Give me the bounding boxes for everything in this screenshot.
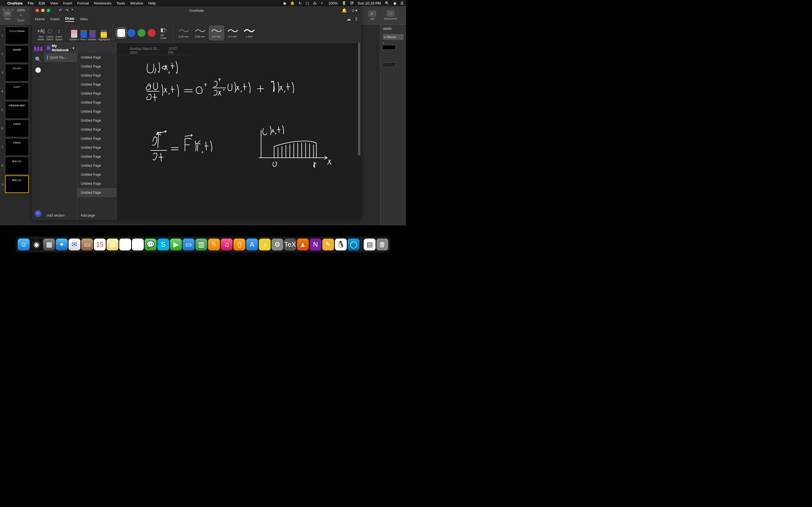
page-item[interactable]: Untitled Page bbox=[77, 179, 116, 188]
dock-facetime[interactable]: ▶ bbox=[170, 238, 182, 250]
color-white[interactable] bbox=[117, 29, 125, 37]
siri-icon[interactable]: ◉ bbox=[393, 1, 396, 5]
color-blue[interactable] bbox=[128, 29, 135, 37]
qat-dropdown[interactable]: ▾ bbox=[71, 8, 73, 13]
dock-notability[interactable]: ✎ bbox=[322, 238, 334, 250]
menu-edit[interactable]: Edit bbox=[39, 1, 45, 5]
user-avatar[interactable]: W bbox=[35, 210, 42, 217]
menu-help[interactable]: Help bbox=[148, 1, 156, 5]
undo-button[interactable]: ↶ bbox=[59, 8, 62, 13]
battery-icon[interactable]: 🔋 bbox=[342, 1, 346, 5]
spotlight-icon[interactable]: 🔍 bbox=[385, 1, 389, 5]
dock-photos[interactable]: ✿ bbox=[132, 238, 144, 250]
notebooks-icon[interactable]: ▮▮▮ bbox=[34, 45, 43, 52]
sync-icon[interactable]: ☁ bbox=[347, 16, 351, 22]
dock-music[interactable]: ♫ bbox=[221, 238, 233, 250]
vertical-scrollbar[interactable] bbox=[358, 43, 360, 220]
menu-window[interactable]: Window bbox=[130, 1, 143, 5]
dock-preferences[interactable]: ⚙ bbox=[271, 238, 283, 250]
menu-tools[interactable]: Tools bbox=[116, 1, 125, 5]
bg-traffic-lights[interactable] bbox=[2, 8, 14, 11]
dock-netease[interactable]: ♪ bbox=[259, 238, 271, 250]
status-record-icon[interactable]: ◉ bbox=[283, 1, 286, 5]
bg-slide-thumb[interactable]: 7近期安排 bbox=[5, 138, 29, 156]
bg-swatch-2[interactable] bbox=[383, 62, 396, 67]
stroke-width-0.25mm[interactable]: 0.25 mm bbox=[176, 25, 192, 40]
pen-button[interactable]: Pen▾ bbox=[81, 30, 87, 41]
bg-format-tab[interactable]: 🖌ate bbox=[368, 10, 376, 20]
recent-icon[interactable]: 🕓 bbox=[35, 67, 41, 73]
color-red[interactable] bbox=[148, 29, 156, 37]
bg-slide-thumb[interactable]: 9数值方法3 bbox=[5, 175, 29, 193]
maximize-button[interactable] bbox=[47, 9, 50, 12]
status-bluetooth-icon[interactable]: ⁂ bbox=[313, 1, 317, 5]
menubar-clock[interactable]: Sun 10:16 PM bbox=[358, 1, 381, 5]
dock-keynote[interactable]: ▭ bbox=[183, 238, 195, 250]
page-item[interactable]: Untitled Page bbox=[77, 188, 116, 197]
bg-slide-thumb[interactable]: 1开开心心学Matlab bbox=[5, 27, 29, 44]
control-center-icon[interactable]: ☰ bbox=[400, 1, 404, 5]
notebook-selector[interactable]: My Notebook ▾ bbox=[44, 43, 77, 53]
page-item[interactable]: Untitled Page bbox=[77, 125, 116, 134]
dock-browser[interactable]: ◯ bbox=[348, 238, 359, 250]
highlighter-button[interactable]: Highlighter bbox=[98, 30, 109, 41]
dock-finder[interactable]: ☺ bbox=[18, 238, 30, 250]
dock-messages[interactable]: 💬 bbox=[145, 238, 156, 250]
page-item[interactable]: Untitled Page bbox=[77, 62, 116, 71]
dock-skype[interactable]: S bbox=[157, 238, 169, 250]
input-source-icon[interactable]: 拼 bbox=[350, 1, 354, 6]
dock-notes[interactable]: ▤ bbox=[107, 238, 118, 250]
note-canvas[interactable]: Sunday, March 15, 2020 10:07 PM bbox=[117, 43, 361, 220]
bg-slide-navigator[interactable]: 1开开心心学Matlab2旋转曲面3为什么学?4怎么学?5在哪里能看到视频?6近… bbox=[0, 24, 32, 225]
dock-trash[interactable]: 🗑 bbox=[376, 238, 388, 250]
menu-insert[interactable]: Insert bbox=[63, 1, 72, 5]
stroke-width-1mm[interactable]: 1 mm bbox=[242, 25, 257, 40]
bg-master-button[interactable]: e Master bbox=[383, 34, 404, 40]
dock-texshop[interactable]: TeX bbox=[284, 238, 296, 250]
eraser-button[interactable]: Eraser▾ bbox=[70, 30, 79, 41]
tab-draw[interactable]: Draw bbox=[65, 16, 74, 22]
tab-insert[interactable]: Insert bbox=[50, 17, 60, 21]
dock-reminders[interactable]: ☑ bbox=[119, 238, 131, 250]
menubar-app-name[interactable]: OneNote bbox=[7, 1, 22, 5]
dock-calendar[interactable]: 15 bbox=[94, 238, 106, 250]
dock-contacts[interactable]: ▭ bbox=[81, 238, 93, 250]
dock-matlab[interactable]: ▲ bbox=[297, 238, 309, 250]
page-item[interactable]: Untitled Page bbox=[77, 134, 116, 143]
page-item[interactable]: Untitled Page bbox=[77, 98, 116, 107]
text-mode-button[interactable]: ⌖A| Text Mode bbox=[37, 27, 45, 41]
ink-color-button[interactable]: ◧▾ Ink Color bbox=[158, 26, 169, 40]
page-item[interactable]: Untitled Page bbox=[77, 71, 116, 80]
menu-notebooks[interactable]: Notebooks bbox=[94, 1, 111, 5]
page-item[interactable]: Untitled Page bbox=[77, 152, 116, 161]
color-green[interactable] bbox=[138, 29, 146, 37]
bg-slide-thumb[interactable]: 8数值方法2 bbox=[5, 157, 29, 174]
section-quick-notes[interactable]: Quick No... bbox=[44, 53, 77, 62]
bg-document-tab[interactable]: ▭Document bbox=[384, 10, 397, 20]
status-wifi-icon[interactable]: ᯤ bbox=[320, 1, 324, 5]
stroke-width-0.35mm[interactable]: 0.35 mm bbox=[193, 25, 208, 40]
bg-slide-thumb[interactable]: 3为什么学? bbox=[5, 64, 29, 81]
bg-slide-thumb[interactable]: 2旋转曲面 bbox=[5, 45, 29, 63]
traffic-lights[interactable] bbox=[32, 9, 50, 12]
stroke-width-0.7mm[interactable]: 0.7 mm bbox=[225, 25, 241, 40]
page-item[interactable]: Untitled Page bbox=[77, 89, 116, 98]
page-item[interactable]: Untitled Page bbox=[77, 170, 116, 179]
dock-pages[interactable]: ✎ bbox=[208, 238, 220, 250]
insert-space-button[interactable]: ↕ Insert Space bbox=[55, 27, 63, 41]
dock-appstore[interactable]: A bbox=[246, 238, 258, 250]
tab-view[interactable]: View bbox=[80, 17, 88, 21]
share-icon[interactable]: ⇪ bbox=[354, 16, 358, 22]
close-button[interactable] bbox=[36, 9, 39, 12]
dock-launchpad[interactable]: ▦ bbox=[43, 238, 55, 250]
menu-view[interactable]: View bbox=[50, 1, 58, 5]
add-page-button[interactable]: Add page bbox=[77, 211, 116, 220]
add-section-button[interactable]: Add section bbox=[44, 211, 77, 220]
stroke-width-0.5mm[interactable]: 0.5 mm bbox=[209, 25, 224, 40]
page-item[interactable]: Untitled Page bbox=[77, 161, 116, 170]
page-item[interactable]: Untitled Page bbox=[77, 53, 116, 62]
dock-document[interactable]: ▤ bbox=[364, 238, 375, 250]
dock-books[interactable]: ▯ bbox=[234, 238, 245, 250]
page-list[interactable]: Untitled PageUntitled PageUntitled PageU… bbox=[77, 53, 116, 211]
search-icon[interactable]: 🔍 bbox=[35, 56, 41, 62]
